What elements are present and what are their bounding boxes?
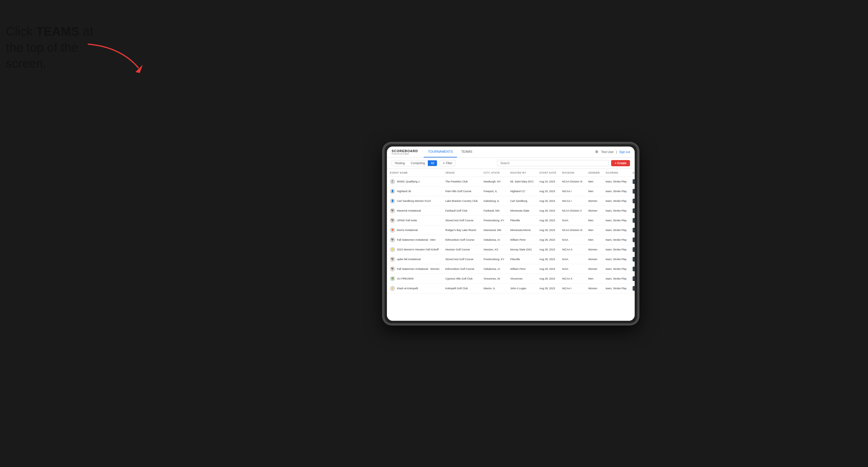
cell-event-name: 👤 Highland 36 — [387, 186, 442, 196]
event-name-text: UPIKE Fall Invite — [397, 219, 417, 222]
cell-city: Newburgh, NY — [480, 177, 507, 186]
filter-competing-btn[interactable]: Competing — [408, 160, 428, 166]
cell-venue: Edmundson Golf Course — [442, 235, 480, 245]
cell-venue: Cypress Hills Golf Club — [442, 274, 480, 283]
cell-scoring: team, Stroke Play — [603, 274, 630, 283]
cell-hosted: John A Logan — [507, 283, 536, 293]
sign-out-link[interactable]: Sign out — [619, 150, 630, 154]
cell-date: Aug 28, 2023 — [536, 254, 559, 264]
cell-event-name: 🏌 MSMC Qualifying 1 — [387, 177, 442, 186]
cell-division: NAIA — [559, 215, 586, 225]
cell-division: NCAA Division III — [559, 177, 586, 186]
cell-scoring: team, Stroke Play — [603, 264, 630, 274]
team-icon: 🦅 — [390, 208, 395, 213]
cell-actions: ✏ Edit — [630, 235, 635, 245]
filter-hosting-btn[interactable]: Hosting — [392, 160, 408, 166]
edit-button[interactable]: ✏ Edit — [632, 247, 635, 252]
edit-button[interactable]: ✏ Edit — [632, 267, 635, 271]
cell-venue: The Powelton Club — [442, 177, 480, 186]
cell-actions: ✏ Edit — [630, 177, 635, 186]
cell-gender: Women — [585, 283, 602, 293]
edit-button[interactable]: ✏ Edit — [632, 257, 635, 261]
cell-hosted: Mt. Saint Mary (NY) — [507, 177, 536, 186]
table-row: 🦅 Maverick Invitational Faribault Golf C… — [387, 206, 635, 215]
event-name-text: 2023 Women's Hesston Fall Kickoff — [397, 248, 438, 251]
event-name-text: Maverick Invitational — [397, 209, 421, 212]
cell-venue: Edmundson Golf Course — [442, 264, 480, 274]
team-icon: 🌿 — [390, 276, 395, 281]
filter-all-btn[interactable]: All — [428, 160, 437, 166]
cell-scoring: team, Stroke Play — [603, 215, 630, 225]
edit-button[interactable]: ✏ Edit — [632, 218, 635, 223]
table-row: 🦅 upike fall invitational StoneCrest Gol… — [387, 254, 635, 264]
cell-date: Aug 28, 2023 — [536, 215, 559, 225]
col-scoring: SCORING — [603, 169, 630, 177]
top-nav: SCOREBOARD Powered by Clippit TOURNAMENT… — [387, 147, 635, 158]
filter-icon-btn[interactable]: ≡ Filter — [440, 160, 456, 166]
cell-scoring: team, Stroke Play — [603, 245, 630, 254]
cell-gender: Women — [585, 254, 602, 264]
nav-separator: | — [616, 150, 617, 154]
team-icon: 🦊 — [390, 227, 395, 233]
col-hosted-by: HOSTED BY — [507, 169, 536, 177]
tab-tournaments[interactable]: TOURNAMENTS — [424, 147, 457, 157]
cell-city: Faribault, MN — [480, 206, 507, 215]
cell-division: NICAA I — [559, 186, 586, 196]
cell-event-name: 🌟 2023 Women's Hesston Fall Kickoff — [387, 245, 442, 254]
edit-button[interactable]: ✏ Edit — [632, 238, 635, 242]
cell-actions: ✏ Edit — [630, 274, 635, 283]
cell-division: NICAA II — [559, 274, 586, 283]
team-icon: 🦅 — [390, 266, 395, 272]
cell-hosted: Vincennes — [507, 274, 536, 283]
cell-city: Oskaloosa, IA — [480, 264, 507, 274]
cell-gender: Women — [585, 245, 602, 254]
col-event-name: EVENT NAME — [387, 169, 442, 177]
cell-city: Vincennes, IN — [480, 274, 507, 283]
col-city-state: CITY, STATE — [480, 169, 507, 177]
cell-event-name: ⚡ Klash at Kokopelli — [387, 283, 442, 293]
search-input[interactable] — [497, 160, 609, 166]
cell-event-name: 🌿 VU PREVIEW — [387, 274, 442, 283]
cell-gender: Men — [585, 186, 602, 196]
edit-button[interactable]: ✏ Edit — [632, 179, 635, 184]
cell-actions: ✏ Edit — [630, 196, 635, 206]
table-row: ⚡ Klash at Kokopelli Kokopelli Golf Club… — [387, 283, 635, 293]
filter-group: Hosting Competing All — [392, 160, 437, 166]
cell-division: NICAA I — [559, 283, 586, 293]
nav-right: Test User | Sign out — [595, 150, 630, 154]
cell-gender: Men — [585, 274, 602, 283]
cell-gender: Men — [585, 225, 602, 235]
edit-button[interactable]: ✏ Edit — [632, 208, 635, 213]
cell-venue: Faribault Golf Club — [442, 206, 480, 215]
col-division: DIVISION — [559, 169, 586, 177]
settings-icon[interactable] — [595, 150, 599, 154]
edit-button[interactable]: ✏ Edit — [632, 199, 635, 203]
team-icon: 👤 — [390, 189, 395, 194]
edit-button[interactable]: ✏ Edit — [632, 189, 635, 194]
tab-teams[interactable]: TEAMS — [457, 147, 476, 157]
table-row: 🦅 UPIKE Fall Invite StoneCrest Golf Cour… — [387, 215, 635, 225]
cell-hosted: Pikeville — [507, 215, 536, 225]
cell-hosted: Minnesota-Morris — [507, 225, 536, 235]
table-header-row: EVENT NAME VENUE CITY, STATE HOSTED BY S… — [387, 169, 635, 177]
cell-hosted: Minnesota State — [507, 206, 536, 215]
cell-division: NICAA II — [559, 245, 586, 254]
cell-gender: Women — [585, 196, 602, 206]
cell-division: NAIA — [559, 264, 586, 274]
create-button[interactable]: + Create — [611, 160, 630, 166]
cell-date: Aug 28, 2023 — [536, 274, 559, 283]
cell-gender: Men — [585, 215, 602, 225]
col-gender: GENDER — [585, 169, 602, 177]
cell-event-name: 👤 Carl Sandburg Women FA23 — [387, 196, 442, 206]
cell-actions: ✏ Edit — [630, 215, 635, 225]
cell-scoring: team, Stroke Play — [603, 206, 630, 215]
table-row: 👤 Carl Sandburg Women FA23 Lake Bracken … — [387, 196, 635, 206]
toolbar: Hosting Competing All ≡ Filter + Create — [387, 158, 635, 169]
cell-date: Aug 25, 2023 — [536, 186, 559, 196]
edit-button[interactable]: ✏ Edit — [632, 228, 635, 232]
cell-venue: Lake Bracken Country Club — [442, 196, 480, 206]
edit-button[interactable]: ✏ Edit — [632, 286, 635, 291]
cell-event-name: 🦊 Morris Invitational — [387, 225, 442, 235]
edit-button[interactable]: ✏ Edit — [632, 276, 635, 281]
table-container: EVENT NAME VENUE CITY, STATE HOSTED BY S… — [387, 169, 635, 321]
